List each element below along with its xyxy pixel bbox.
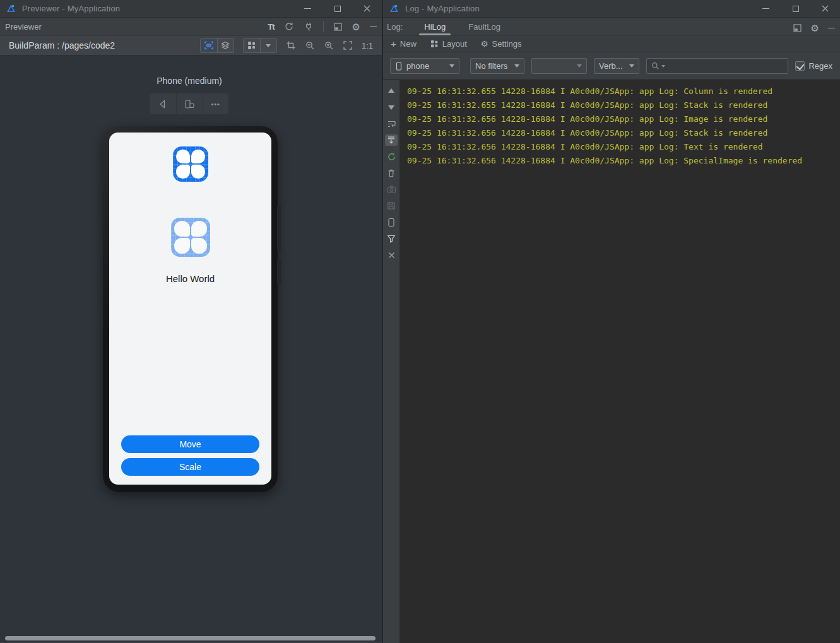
save-log-icon[interactable]	[385, 200, 398, 211]
log-level-value: Verb...	[599, 61, 623, 71]
log-line: 09-25 16:31:32.656 14228-16884 I A0c0d0/…	[407, 112, 840, 126]
hide-panel-icon[interactable]	[828, 28, 835, 28]
inspector-toggle-group	[200, 38, 234, 53]
maximize-button[interactable]	[322, 0, 352, 17]
log-line: 09-25 16:31:32.656 14228-16884 I A0c0d0/…	[407, 140, 840, 154]
horizontal-scrollbar[interactable]	[5, 636, 376, 640]
log-level-select[interactable]: Verb...	[594, 58, 639, 74]
log-line: 09-25 16:31:32.656 14228-16884 I A0c0d0/…	[407, 126, 840, 140]
log-window-controls	[751, 0, 840, 17]
dock-panel-icon[interactable]	[793, 23, 802, 33]
layers-toggle[interactable]	[217, 38, 234, 52]
frame-select-icon[interactable]	[286, 40, 296, 50]
zoom-out-icon[interactable]	[305, 40, 315, 50]
close-panel-x-icon[interactable]	[385, 249, 398, 261]
desktop: Previewer - MyApplication Previewer Tt	[0, 0, 840, 643]
search-options-caret[interactable]	[661, 65, 665, 68]
scroll-to-end-icon[interactable]	[385, 134, 398, 146]
rotate-device-button[interactable]	[176, 93, 203, 114]
log-line: 09-25 16:31:32.656 14228-16884 I A0c0d0/…	[407, 154, 840, 168]
dock-panel-icon[interactable]	[333, 22, 343, 32]
font-settings-icon[interactable]: Tt	[268, 22, 274, 32]
deveco-logo-icon	[389, 3, 399, 14]
device-select-value: phone	[406, 61, 429, 71]
back-button[interactable]	[150, 93, 176, 114]
log-window-title: Log - MyApplication	[405, 4, 480, 13]
zoom-ratio-label[interactable]: 1:1	[362, 41, 373, 50]
search-input[interactable]	[666, 61, 784, 71]
previewer-window-controls	[293, 0, 382, 17]
close-button[interactable]	[352, 0, 382, 17]
log-window: Log - MyApplication Log: HiLog FaultLog …	[383, 0, 840, 643]
phone-volume-button	[277, 206, 281, 251]
app-logo-icon-faded	[171, 218, 210, 257]
move-button[interactable]: Move	[121, 435, 259, 453]
component-view-group	[243, 38, 277, 53]
build-param-text: BuildParam : /pages/code2	[9, 40, 115, 50]
regex-option: Regex	[795, 61, 832, 71]
log-output[interactable]: 09-25 16:31:32.655 14228-16884 I A0c0d0/…	[399, 80, 840, 643]
app-logo-icon	[173, 146, 208, 182]
log-titlebar: Log - MyApplication	[383, 0, 840, 18]
device-screen-icon[interactable]	[385, 216, 398, 228]
settings-button[interactable]: ⚙ Settings	[481, 39, 522, 49]
regex-checkbox[interactable]	[795, 61, 805, 71]
component-dropdown-caret[interactable]	[260, 38, 276, 52]
minimize-button[interactable]	[293, 0, 322, 17]
more-options-button[interactable]: •••	[202, 93, 228, 114]
layout-grid-icon	[430, 40, 439, 48]
settings-label: Settings	[492, 39, 521, 49]
hide-panel-icon[interactable]	[370, 27, 377, 27]
previewer-window: Previewer - MyApplication Previewer Tt	[0, 0, 382, 643]
settings-gear-icon[interactable]: ⚙	[352, 22, 360, 32]
filter-funnel-icon[interactable]	[385, 233, 398, 244]
scale-button[interactable]: Scale	[121, 458, 259, 476]
previewer-window-title: Previewer - MyApplication	[22, 4, 120, 13]
filter-select[interactable]: No filters	[470, 58, 524, 74]
refresh-icon[interactable]	[284, 21, 294, 32]
preview-canvas: Phone (medium) •••	[0, 56, 382, 642]
settings-gear-icon[interactable]: ⚙	[811, 23, 819, 33]
build-param-bar: BuildParam : /pages/code2	[0, 36, 382, 56]
minimize-button[interactable]	[751, 0, 781, 17]
phone-screen: Hello World Move Scale	[109, 133, 271, 485]
log-body: 09-25 16:31:32.655 14228-16884 I A0c0d0/…	[383, 80, 840, 643]
tab-hilog[interactable]: HiLog	[423, 22, 447, 35]
zoom-in-icon[interactable]	[324, 40, 334, 50]
tab-faultlog[interactable]: FaultLog	[467, 22, 502, 35]
device-select[interactable]: phone	[390, 58, 459, 74]
settings-gear-icon: ⚙	[481, 40, 488, 48]
log-line: 09-25 16:31:32.655 14228-16884 I A0c0d0/…	[407, 98, 840, 112]
plug-connector-icon[interactable]	[304, 21, 314, 32]
soft-wrap-icon[interactable]	[385, 118, 398, 129]
log-label: Log:	[387, 22, 403, 35]
restart-session-icon[interactable]	[385, 151, 398, 162]
hello-world-text: Hello World	[109, 273, 271, 284]
previewer-titlebar: Previewer - MyApplication	[0, 0, 382, 18]
scroll-down-icon[interactable]	[385, 102, 398, 113]
previewer-toolbar: Previewer Tt ⚙	[0, 18, 382, 36]
toolbar-separator	[323, 21, 324, 32]
scroll-up-icon[interactable]	[385, 85, 398, 97]
layout-button[interactable]: Layout	[430, 39, 467, 49]
fit-to-screen-icon[interactable]	[343, 40, 353, 50]
log-filter-bar: phone No filters Verb...	[383, 52, 840, 80]
screenshot-camera-icon[interactable]	[385, 184, 398, 195]
search-icon[interactable]	[651, 61, 660, 71]
maximize-button[interactable]	[781, 0, 810, 17]
log-tab-bar: Log: HiLog FaultLog ⚙	[383, 18, 840, 36]
log-toolstrip	[383, 80, 399, 643]
phone-mockup: Hello World Move Scale	[103, 126, 278, 492]
clear-logs-trash-icon[interactable]	[385, 167, 398, 179]
new-session-button[interactable]: + New	[391, 39, 417, 49]
close-button[interactable]	[810, 0, 840, 17]
filter-select-value: No filters	[475, 61, 507, 71]
new-label: New	[400, 39, 417, 49]
deveco-logo-icon	[6, 3, 16, 14]
process-select[interactable]	[531, 58, 587, 74]
previewer-panel-label: Previewer	[5, 22, 42, 32]
inspector-eye-toggle[interactable]	[201, 38, 217, 52]
phone-device-icon	[395, 62, 403, 71]
regex-label: Regex	[808, 61, 832, 71]
components-grid-icon[interactable]	[244, 38, 260, 52]
